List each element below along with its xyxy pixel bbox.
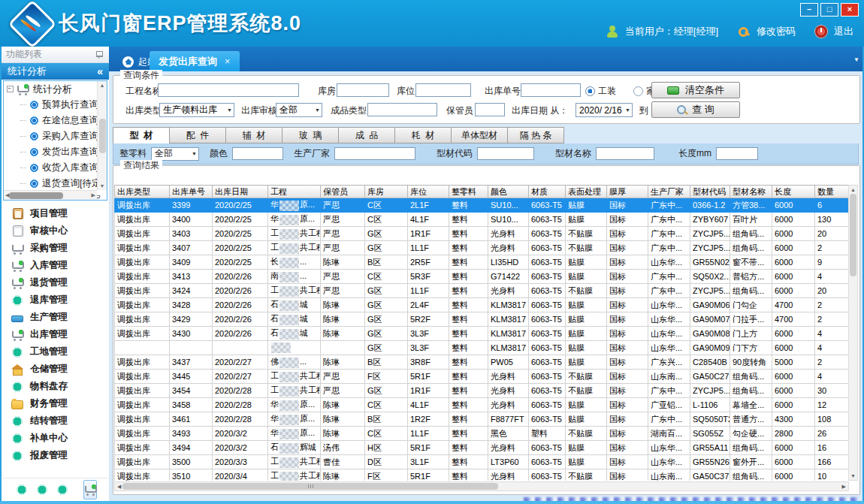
table-horizontal-scrollbar[interactable]: ◀ ▶ <box>114 481 849 491</box>
sidebar-module-物料盘存[interactable]: 物料盘存 <box>2 378 109 395</box>
material-tab[interactable]: 配 件 <box>170 127 226 143</box>
material-tab[interactable]: 成 品 <box>339 127 395 143</box>
scroll-down-icon[interactable]: ▼ <box>100 183 105 189</box>
column-header[interactable]: 颜色 <box>488 186 529 198</box>
table-row[interactable]: 调拨出库34582020/2/28华原...陈琳C区4L1F整料光身料6063-… <box>115 398 850 412</box>
location-input[interactable] <box>415 83 471 97</box>
tree-item[interactable]: 收货入库查询 <box>4 160 107 176</box>
whole-piece-select[interactable]: 全部▼ <box>151 147 199 161</box>
table-row[interactable]: 调拨出库34292020/2/26石城陈琳G区5R2F整料KLM38176063… <box>115 312 850 327</box>
tree-item[interactable]: 退货查询[待定] <box>4 176 107 192</box>
product-type-input[interactable] <box>367 103 437 116</box>
sidebar-module-财务管理[interactable]: 财务管理 <box>2 395 109 412</box>
sidebar-module-退货管理[interactable]: 退货管理 <box>2 274 109 291</box>
material-tab[interactable]: 耗 材 <box>395 127 452 143</box>
sidebar-module-入库管理[interactable]: 入库管理 <box>2 257 109 274</box>
column-header[interactable]: 出库日期 <box>213 186 268 198</box>
change-password-link[interactable]: 修改密码 <box>757 25 796 38</box>
close-button[interactable]: × <box>841 3 859 17</box>
table-row[interactable]: 调拨出库34932020/3/2华原...陈琳C区1L1F整料黑色塑料不贴膜国标… <box>115 427 850 441</box>
manufacturer-input[interactable] <box>334 147 415 160</box>
scrollbar-thumb[interactable] <box>99 119 106 153</box>
column-header[interactable]: 库房 <box>365 186 408 198</box>
dot-icon[interactable] <box>37 484 47 496</box>
scrollbar-thumb[interactable] <box>9 192 63 199</box>
table-row[interactable]: 调拨出库33992020/2/25华原...严思C区2L1F整料SU10...6… <box>115 198 850 213</box>
radio-work-install[interactable]: 工装 <box>585 85 616 98</box>
tree-vertical-scrollbar[interactable]: ▲ ▼ <box>97 81 107 190</box>
table-row[interactable]: G区3L3F整料KLM38176063-T5贴膜国标山东华...GA90M09.… <box>115 341 850 355</box>
pin-icon[interactable] <box>96 51 103 57</box>
tab-list-dropdown-icon[interactable]: ▼ <box>853 56 859 63</box>
length-input[interactable] <box>716 147 758 160</box>
column-header[interactable]: 数量 <box>815 186 850 198</box>
table-row[interactable]: 调拨出库35002020/3/3工共工程曹佳D区3L1F整料LT3P606063… <box>115 455 850 469</box>
profile-name-input[interactable] <box>596 147 654 160</box>
keeper-input[interactable] <box>475 103 505 116</box>
audit-select[interactable]: 全部▼ <box>276 103 322 117</box>
material-tab[interactable]: 型 材 <box>113 127 170 143</box>
material-tab[interactable]: 辅 材 <box>226 127 282 143</box>
tree-horizontal-scrollbar[interactable]: ◀ ▶ <box>4 190 97 200</box>
warehouse-input[interactable] <box>337 83 389 97</box>
column-header[interactable]: 生产厂家 <box>648 186 690 198</box>
scroll-up-icon[interactable]: ▲ <box>850 187 856 192</box>
scrollbar-thumb[interactable] <box>122 483 498 490</box>
column-header[interactable]: 工程 <box>268 186 321 198</box>
table-row[interactable]: 调拨出库34092020/2/25长...陈琳B区2R5F整料LI35HD606… <box>115 255 850 270</box>
scroll-up-icon[interactable]: ▲ <box>100 83 105 88</box>
table-row[interactable]: 调拨出库34372020/2/27佛...陈琳B区3R8F整料PW056063-… <box>115 355 850 370</box>
dot-icon[interactable] <box>57 484 68 496</box>
table-row[interactable]: 调拨出库34032020/2/25工共工程严思G区1R1F整料光身料6063-T… <box>115 227 850 241</box>
date-from-picker[interactable]: 2020/ 2/16▼ <box>575 103 633 117</box>
sidebar-module-工地管理[interactable]: 工地管理 <box>2 343 109 361</box>
scrollbar-thumb[interactable] <box>850 194 856 276</box>
table-vertical-scrollbar[interactable]: ▲ ▼ <box>848 185 858 481</box>
material-tab[interactable]: 玻 璃 <box>282 127 339 143</box>
order-no-input[interactable] <box>521 83 581 97</box>
sidebar-module-出库管理[interactable]: 出库管理 <box>2 326 109 343</box>
maximize-button[interactable]: □ <box>820 3 838 17</box>
scroll-right-icon[interactable]: ▶ <box>842 484 846 490</box>
column-header[interactable]: 保管员 <box>321 186 365 198</box>
collapse-panel-button[interactable]: « <box>97 63 103 80</box>
dot-icon[interactable] <box>17 484 27 496</box>
column-header[interactable]: 表面处理 <box>566 186 607 198</box>
sidebar-module-补单中心[interactable]: 补单中心 <box>2 430 109 447</box>
sidebar-module-审核中心[interactable]: 审核中心 <box>2 222 109 240</box>
table-row[interactable]: 调拨出库34282020/2/26石城陈琳G区2L4F整料KLM38176063… <box>115 298 850 312</box>
sidebar-module-采购管理[interactable]: 采购管理 <box>2 240 109 257</box>
table-row[interactable]: 调拨出库35102020/3/4工共工程陈琳F区5R1F整料光身料6063-T5… <box>115 469 850 481</box>
clear-conditions-button[interactable]: 清空条件 <box>651 82 740 98</box>
table-row[interactable]: 调拨出库34072020/2/25工共工程严思G区1L1F整料光身料6063-T… <box>115 241 850 255</box>
table-row[interactable]: 调拨出库34002020/2/25华原...严思C区4L1F整料SU10...6… <box>115 213 850 227</box>
column-header[interactable]: 出库单号 <box>170 186 213 198</box>
table-row[interactable]: 调拨出库34542020/2/28工共工程严思G区1R1F整料光身料6063-T… <box>115 384 850 398</box>
column-header[interactable]: 型材名称 <box>730 186 772 198</box>
table-row[interactable]: 调拨出库34612020/2/28华原...陈琳B区1R2F整料F8877FT6… <box>115 412 850 427</box>
tab-shipping-outbound-query[interactable]: 发货出库查询 × <box>150 51 240 71</box>
material-tab[interactable]: 单体型材 <box>452 127 508 143</box>
sidebar-module-仓储管理[interactable]: 仓储管理 <box>2 361 109 378</box>
search-button[interactable]: 查 询 <box>651 101 740 118</box>
table-row[interactable]: 调拨出库34132020/2/26南...严思C区5R3F整料G71422606… <box>115 270 850 284</box>
scroll-right-icon[interactable]: ▶ <box>92 192 95 198</box>
table-row[interactable]: 调拨出库34942020/3/2石辉城汤伟H区5R1F整料光身料6063-T5贴… <box>115 441 850 455</box>
material-tab[interactable]: 隔 热 条 <box>508 127 564 143</box>
column-header[interactable]: 型材代码 <box>690 186 730 198</box>
column-header[interactable]: 库位 <box>408 186 449 198</box>
color-input[interactable] <box>232 147 283 160</box>
close-tab-icon[interactable]: × <box>225 56 231 67</box>
tree-item[interactable]: 预算执行查询 <box>4 97 107 113</box>
column-header[interactable]: 长度 <box>772 186 815 198</box>
sidebar-module-生产管理[interactable]: 生产管理 <box>2 309 109 326</box>
logout-link[interactable]: 退出 <box>834 25 853 38</box>
table-row[interactable]: 调拨出库34242020/2/26工共工程严思G区1L1F整料光身料6063-T… <box>115 284 850 298</box>
scroll-left-icon[interactable]: ◀ <box>117 484 121 490</box>
column-header[interactable]: 膜厚 <box>607 186 648 198</box>
tree-root-statistics[interactable]: 统计分析 <box>4 81 107 97</box>
sidebar-module-结转管理[interactable]: 结转管理 <box>2 412 109 430</box>
sidebar-module-项目管理[interactable]: 项目管理 <box>2 205 109 222</box>
column-header[interactable]: 整零料 <box>449 186 488 198</box>
tree-item[interactable]: 采购入库查询 <box>4 128 107 144</box>
